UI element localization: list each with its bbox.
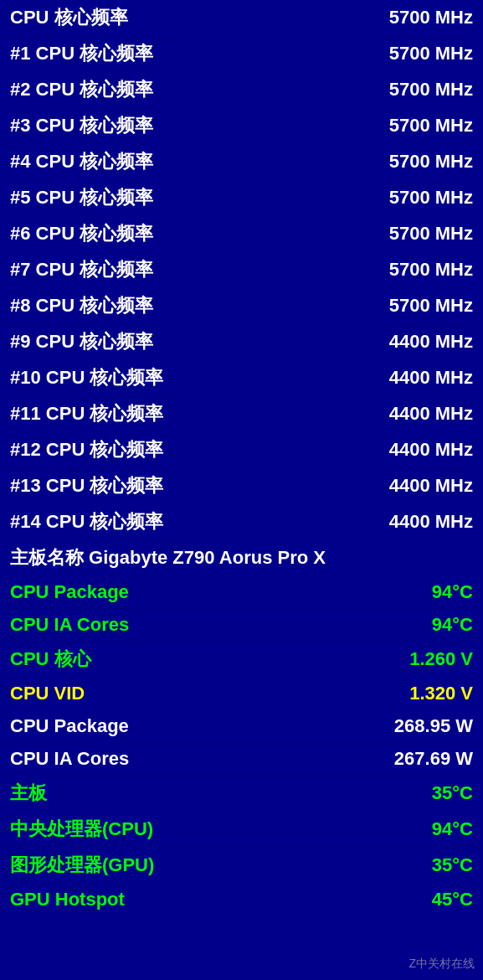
row-value-12: 4400 MHz <box>389 439 473 461</box>
data-row: CPU Package94°C <box>0 576 483 609</box>
row-value-7: 5700 MHz <box>389 259 473 281</box>
data-row: CPU 核心1.260 V <box>0 642 483 678</box>
data-row: #9 CPU 核心频率4400 MHz <box>0 324 483 360</box>
row-value-2: 5700 MHz <box>389 79 473 101</box>
row-label-23: 中央处理器(CPU) <box>10 817 153 842</box>
data-row: #2 CPU 核心频率5700 MHz <box>0 72 483 108</box>
row-label-24: 图形处理器(GPU) <box>10 853 154 878</box>
row-label-1: #1 CPU 核心频率 <box>10 41 153 66</box>
data-row: #11 CPU 核心频率4400 MHz <box>0 396 483 432</box>
main-data-list: CPU 核心频率5700 MHz#1 CPU 核心频率5700 MHz#2 CP… <box>0 0 483 916</box>
data-row: CPU IA Cores267.69 W <box>0 743 483 776</box>
data-row: #12 CPU 核心频率4400 MHz <box>0 432 483 468</box>
row-label-8: #8 CPU 核心频率 <box>10 293 153 318</box>
row-label-10: #10 CPU 核心频率 <box>10 365 163 390</box>
data-row: CPU VID1.320 V <box>0 678 483 710</box>
data-row: #3 CPU 核心频率5700 MHz <box>0 108 483 144</box>
data-row: 主板35°C <box>0 776 483 812</box>
data-row: GPU Hotspot45°C <box>0 884 483 916</box>
data-row: CPU Package268.95 W <box>0 710 483 743</box>
data-row: 中央处理器(CPU)94°C <box>0 812 483 848</box>
row-label-18: CPU 核心 <box>10 647 91 672</box>
row-label-16: CPU Package <box>10 581 129 603</box>
row-label-11: #11 CPU 核心频率 <box>10 401 163 426</box>
row-value-18: 1.260 V <box>409 648 473 670</box>
row-value-3: 5700 MHz <box>389 115 473 137</box>
row-label-17: CPU IA Cores <box>10 614 129 636</box>
row-label-2: #2 CPU 核心频率 <box>10 77 153 102</box>
row-value-13: 4400 MHz <box>389 475 473 497</box>
row-label-12: #12 CPU 核心频率 <box>10 437 163 462</box>
data-row: #6 CPU 核心频率5700 MHz <box>0 216 483 252</box>
row-label-19: CPU VID <box>10 683 85 704</box>
row-value-14: 4400 MHz <box>389 511 473 533</box>
row-label-0: CPU 核心频率 <box>10 5 128 30</box>
row-value-16: 94°C <box>432 581 473 603</box>
watermark-label: Z中关村在线 <box>408 957 475 972</box>
row-label-3: #3 CPU 核心频率 <box>10 113 153 138</box>
row-label-25: GPU Hotspot <box>10 889 125 910</box>
data-row: CPU IA Cores94°C <box>0 609 483 642</box>
data-row: #14 CPU 核心频率4400 MHz <box>0 504 483 540</box>
row-label-4: #4 CPU 核心频率 <box>10 149 153 174</box>
row-label-15: 主板名称 Gigabyte Z790 Aorus Pro X <box>10 545 326 570</box>
row-value-24: 35°C <box>432 854 473 876</box>
row-label-20: CPU Package <box>10 715 129 737</box>
row-value-1: 5700 MHz <box>389 43 473 64</box>
data-row: #4 CPU 核心频率5700 MHz <box>0 144 483 180</box>
row-value-11: 4400 MHz <box>389 403 473 425</box>
data-row: #5 CPU 核心频率5700 MHz <box>0 180 483 216</box>
row-value-5: 5700 MHz <box>389 187 473 209</box>
data-row: #8 CPU 核心频率5700 MHz <box>0 288 483 324</box>
row-label-7: #7 CPU 核心频率 <box>10 257 153 282</box>
data-row: #1 CPU 核心频率5700 MHz <box>0 36 483 72</box>
data-row: #13 CPU 核心频率4400 MHz <box>0 468 483 504</box>
row-value-6: 5700 MHz <box>389 223 473 245</box>
data-row: #7 CPU 核心频率5700 MHz <box>0 252 483 288</box>
row-label-22: 主板 <box>10 781 47 806</box>
data-row: 图形处理器(GPU)35°C <box>0 848 483 884</box>
row-value-8: 5700 MHz <box>389 295 473 317</box>
row-value-25: 45°C <box>432 889 473 910</box>
row-label-6: #6 CPU 核心频率 <box>10 221 153 246</box>
row-value-20: 268.95 W <box>394 715 473 737</box>
row-value-4: 5700 MHz <box>389 151 473 173</box>
row-value-21: 267.69 W <box>394 748 473 770</box>
row-value-9: 4400 MHz <box>389 331 473 353</box>
row-value-10: 4400 MHz <box>389 367 473 389</box>
row-label-13: #13 CPU 核心频率 <box>10 473 163 498</box>
row-label-5: #5 CPU 核心频率 <box>10 185 153 210</box>
data-row: CPU 核心频率5700 MHz <box>0 0 483 36</box>
row-value-23: 94°C <box>432 818 473 840</box>
row-value-22: 35°C <box>432 782 473 804</box>
row-value-17: 94°C <box>432 614 473 636</box>
row-value-19: 1.320 V <box>409 683 473 704</box>
row-label-21: CPU IA Cores <box>10 748 129 770</box>
data-row: 主板名称 Gigabyte Z790 Aorus Pro X <box>0 540 483 576</box>
data-row: #10 CPU 核心频率4400 MHz <box>0 360 483 396</box>
row-value-0: 5700 MHz <box>389 7 473 28</box>
row-label-9: #9 CPU 核心频率 <box>10 329 153 354</box>
row-label-14: #14 CPU 核心频率 <box>10 509 163 534</box>
